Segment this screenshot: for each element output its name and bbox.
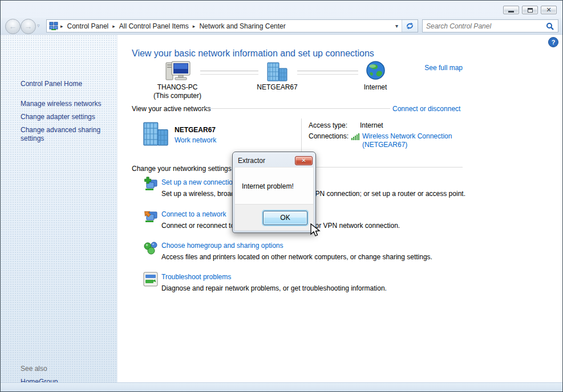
back-arrow-icon: ← <box>9 22 17 31</box>
svg-text:?: ? <box>552 39 556 46</box>
map-node-label: THANOS-PC <box>143 83 212 91</box>
network-sharing-center-window: ✕ ← → ▿ ▸ Control Panel ▸ All Control Pa… <box>0 0 563 392</box>
new-connection-icon <box>143 177 159 193</box>
map-node-label: NETGEAR67 <box>243 83 311 91</box>
sidebar-item-change-adapter[interactable]: Change adapter settings <box>21 113 95 121</box>
map-connector <box>200 71 258 75</box>
breadcrumb-separator-icon: ▸ <box>110 23 118 29</box>
see-also-label: See also <box>21 365 47 373</box>
wireless-connection-link[interactable]: Wireless Network Connection <box>362 132 452 140</box>
dialog-body: Internet problem! <box>234 167 314 204</box>
breadcrumb-all-items[interactable]: All Control Panel Items <box>118 22 191 30</box>
mouse-cursor <box>309 223 321 238</box>
refresh-icon <box>406 22 414 30</box>
dialog-footer: OK <box>234 204 314 231</box>
refresh-button[interactable] <box>402 20 418 32</box>
access-type-label: Access type: <box>309 121 347 129</box>
recent-pages-chevron[interactable]: ▿ <box>37 23 40 28</box>
address-dropdown-icon[interactable]: ▾ <box>392 23 402 29</box>
search-icon[interactable] <box>546 22 554 30</box>
wireless-connection-link-sub[interactable]: (NETGEAR67) <box>362 141 407 149</box>
sidebar-item-advanced-sharing[interactable]: Change advanced sharing settings <box>21 126 112 143</box>
task-desc: Connect or reconnect to a wireless, wire… <box>161 222 487 230</box>
window-titlebar: ✕ <box>1 1 562 18</box>
dialog-title: Extractor <box>234 157 295 165</box>
close-icon: ✕ <box>546 7 551 13</box>
forward-button[interactable]: → <box>21 19 36 34</box>
sidebar-item-manage-wireless[interactable]: Manage wireless networks <box>21 100 101 108</box>
breadcrumb-control-panel[interactable]: Control Panel <box>66 22 111 30</box>
breadcrumb-network-sharing[interactable]: Network and Sharing Center <box>197 22 287 30</box>
ok-button[interactable]: OK <box>263 211 307 225</box>
wireless-signal-icon <box>351 133 360 140</box>
maximize-button[interactable] <box>522 6 538 14</box>
page-title: View your basic network information and … <box>132 48 374 59</box>
minimize-icon <box>508 11 514 13</box>
back-button[interactable]: ← <box>5 19 21 34</box>
homegroup-icon <box>143 240 159 256</box>
map-node-label: Internet <box>341 83 410 91</box>
task-desc: Set up a wireless, broadband, dial-up, a… <box>161 190 487 198</box>
work-network-link[interactable]: Work network <box>175 136 216 144</box>
task-desc: Diagnose and repair network problems, or… <box>161 284 487 292</box>
sidebar: Control Panel Home Manage wireless netwo… <box>1 35 118 383</box>
task-link-troubleshoot[interactable]: Troubleshoot problems <box>161 273 231 281</box>
dialog-message: Internet problem! <box>235 168 313 190</box>
map-node-sublabel: (This computer) <box>143 92 212 100</box>
address-bar[interactable]: ▸ Control Panel ▸ All Control Panel Item… <box>46 19 418 32</box>
connect-disconnect-link[interactable]: Connect or disconnect <box>392 105 460 113</box>
access-type-value: Internet <box>360 121 383 129</box>
navigation-bar: ← → ▿ ▸ Control Panel ▸ All Control Pane… <box>1 18 562 35</box>
map-connector <box>297 71 358 75</box>
internet-globe-icon[interactable] <box>366 61 385 80</box>
maximize-icon <box>528 8 533 13</box>
search-input[interactable] <box>423 22 546 30</box>
this-computer-icon[interactable] <box>164 60 192 83</box>
troubleshoot-icon <box>143 272 158 287</box>
extractor-dialog: Extractor ✕ Internet problem! OK <box>232 152 316 233</box>
task-link-connect-network[interactable]: Connect to a network <box>161 210 226 218</box>
forward-arrow-icon: → <box>25 22 33 31</box>
dialog-close-button[interactable]: ✕ <box>295 156 313 165</box>
active-networks-title: View your active networks <box>132 105 211 113</box>
see-full-map-link[interactable]: See full map <box>406 64 463 72</box>
search-box <box>422 19 558 32</box>
section-divider <box>200 108 390 109</box>
network-icon[interactable] <box>265 62 289 82</box>
help-icon: ? <box>548 37 558 47</box>
minimize-button[interactable] <box>503 6 519 14</box>
active-network-name: NETGEAR67 <box>175 126 216 134</box>
active-network-divider <box>301 119 302 152</box>
connect-network-icon <box>143 209 159 224</box>
connections-label: Connections: <box>309 132 349 140</box>
dialog-close-icon: ✕ <box>301 157 306 164</box>
task-link-homegroup[interactable]: Choose homegroup and sharing options <box>161 242 283 250</box>
active-network-icon[interactable] <box>141 120 171 148</box>
settings-section-title: Change your networking settings <box>132 165 232 173</box>
breadcrumb-separator-icon: ▸ <box>191 23 198 29</box>
help-button[interactable]: ? <box>548 37 558 50</box>
dialog-titlebar[interactable]: Extractor ✕ <box>234 154 314 167</box>
breadcrumb-separator-icon: ▸ <box>58 23 66 29</box>
sidebar-item-control-panel-home[interactable]: Control Panel Home <box>21 80 82 88</box>
close-button[interactable]: ✕ <box>541 6 557 14</box>
task-desc: Access files and printers located on oth… <box>161 253 487 261</box>
window-bottom-frame <box>1 382 562 391</box>
network-center-icon <box>49 22 58 31</box>
